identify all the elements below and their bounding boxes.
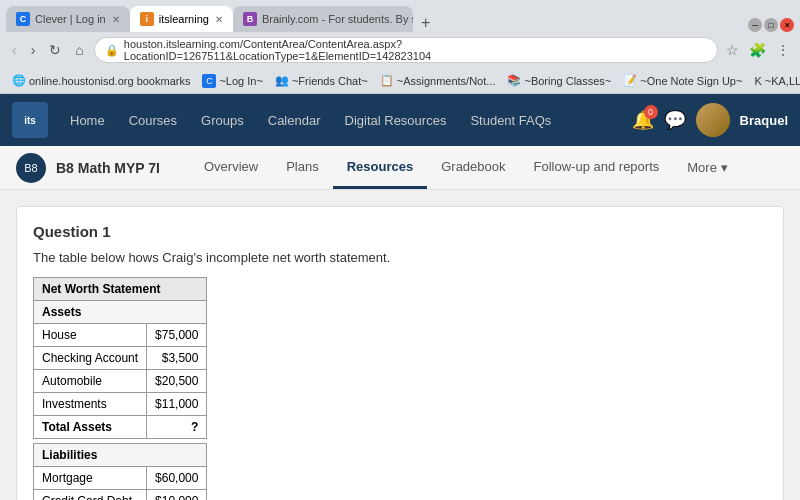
bookmark-star[interactable]: ☆ xyxy=(724,40,741,60)
bookmark-boring[interactable]: 📚 ~Boring Classes~ xyxy=(503,72,615,89)
bookmark-friends-icon: 👥 xyxy=(275,74,289,87)
home-button[interactable]: ⌂ xyxy=(71,40,87,60)
table-row: Investments $11,000 xyxy=(34,393,207,416)
course-nav: B8 B8 Math MYP 7I Overview Plans Resourc… xyxy=(0,146,800,190)
tab-overview[interactable]: Overview xyxy=(190,147,272,189)
bookmark-ka[interactable]: K ~KA,LLL~ xyxy=(750,73,800,89)
tab-resources[interactable]: Resources xyxy=(333,147,427,189)
tab-clever-label: Clever | Log in xyxy=(35,13,106,25)
nav-digital-resources[interactable]: Digital Resources xyxy=(335,107,457,134)
tab-itslearning-close[interactable]: ✕ xyxy=(215,14,223,25)
table-row: House $75,000 xyxy=(34,324,207,347)
bookmark-assignments[interactable]: 📋 ~Assignments/Not... xyxy=(376,72,500,89)
nav-calendar[interactable]: Calendar xyxy=(258,107,331,134)
nav-right: 🔔 0 💬 Braquel xyxy=(632,103,788,137)
close-button[interactable]: ✕ xyxy=(780,18,794,32)
course-icon-text: B8 xyxy=(24,162,37,174)
total-assets-label: Total Assets xyxy=(34,416,147,439)
tab-itslearning[interactable]: i itslearning ✕ xyxy=(130,6,233,32)
liabilities-section-header: Liabilities xyxy=(34,444,207,467)
secure-icon: 🔒 xyxy=(105,44,119,57)
tab-bar: C Clever | Log in ✕ i itslearning ✕ B Br… xyxy=(0,0,800,32)
question-card: Question 1 The table below hows Craig's … xyxy=(16,206,784,500)
table-row: Credit Card Debt $10,000 xyxy=(34,490,207,501)
bookmark-boring-icon: 📚 xyxy=(507,74,521,87)
house-label: House xyxy=(34,324,147,347)
course-tabs: Overview Plans Resources Gradebook Follo… xyxy=(190,147,742,189)
tab-plans[interactable]: Plans xyxy=(272,147,333,189)
address-bar: ‹ › ↻ ⌂ 🔒 houston.itslearning.com/Conten… xyxy=(0,32,800,68)
maximize-button[interactable]: □ xyxy=(764,18,778,32)
content-area: Question 1 The table below hows Craig's … xyxy=(0,190,800,500)
net-worth-table: Net Worth Statement Assets House $75,000… xyxy=(33,277,207,500)
forward-button[interactable]: › xyxy=(27,40,40,60)
mortgage-value: $60,000 xyxy=(147,467,207,490)
tab-brainly-label: Brainly.com - For students. By si xyxy=(262,13,413,25)
window-controls: ─ □ ✕ xyxy=(748,18,794,32)
table-row: Mortgage $60,000 xyxy=(34,467,207,490)
app-logo-text: its xyxy=(24,115,36,126)
notification-badge: 0 xyxy=(644,105,658,119)
checking-value: $3,500 xyxy=(147,347,207,370)
credit-card-label: Credit Card Debt xyxy=(34,490,147,501)
nav-courses[interactable]: Courses xyxy=(119,107,187,134)
table-header-row: Net Worth Statement xyxy=(34,278,207,301)
tab-followup[interactable]: Follow-up and reports xyxy=(520,147,674,189)
assets-header-row: Assets xyxy=(34,301,207,324)
tab-clever[interactable]: C Clever | Log in ✕ xyxy=(6,6,130,32)
bookmark-houstonisd-icon: 🌐 xyxy=(12,74,26,87)
investments-value: $11,000 xyxy=(147,393,207,416)
avatar[interactable] xyxy=(696,103,730,137)
checking-label: Checking Account xyxy=(34,347,147,370)
tab-clever-close[interactable]: ✕ xyxy=(112,14,120,25)
table-row: Automobile $20,500 xyxy=(34,370,207,393)
bookmark-ka-label: ~KA,LLL~ xyxy=(765,75,800,87)
course-title: B8 Math MYP 7I xyxy=(56,160,160,176)
course-icon: B8 xyxy=(16,153,46,183)
minimize-button[interactable]: ─ xyxy=(748,18,762,32)
bookmark-ka-icon: K xyxy=(754,75,761,87)
tab-itslearning-label: itslearning xyxy=(159,13,209,25)
house-value: $75,000 xyxy=(147,324,207,347)
bookmark-houstonisd-label: online.houstonisd.org bookmarks xyxy=(29,75,190,87)
more-button[interactable]: More ▾ xyxy=(673,147,742,189)
bookmark-houstonisd[interactable]: 🌐 online.houstonisd.org bookmarks xyxy=(8,72,194,89)
bookmark-assignments-label: ~Assignments/Not... xyxy=(397,75,496,87)
bookmarks-bar: 🌐 online.houstonisd.org bookmarks C ~Log… xyxy=(0,68,800,94)
automobile-label: Automobile xyxy=(34,370,147,393)
nav-groups[interactable]: Groups xyxy=(191,107,254,134)
total-assets-value: ? xyxy=(147,416,207,439)
bookmark-friends-label: ~Friends Chat~ xyxy=(292,75,368,87)
notifications-button[interactable]: 🔔 0 xyxy=(632,109,654,131)
new-tab-button[interactable]: + xyxy=(413,14,438,32)
chevron-down-icon: ▾ xyxy=(721,160,728,175)
question-text: The table below hows Craig's incomplete … xyxy=(33,250,767,265)
bookmark-assignments-icon: 📋 xyxy=(380,74,394,87)
automobile-value: $20,500 xyxy=(147,370,207,393)
credit-card-value: $10,000 xyxy=(147,490,207,501)
extensions-button[interactable]: 🧩 xyxy=(747,40,768,60)
browser-chrome: C Clever | Log in ✕ i itslearning ✕ B Br… xyxy=(0,0,800,94)
back-button[interactable]: ‹ xyxy=(8,40,21,60)
question-number: Question 1 xyxy=(33,223,767,240)
bookmark-login[interactable]: C ~Log In~ xyxy=(198,72,266,90)
tab-gradebook[interactable]: Gradebook xyxy=(427,147,519,189)
nav-home[interactable]: Home xyxy=(60,107,115,134)
app-logo: its xyxy=(12,102,48,138)
menu-button[interactable]: ⋮ xyxy=(774,40,792,60)
assets-section-header: Assets xyxy=(34,301,207,324)
table-header-cell: Net Worth Statement xyxy=(34,278,207,301)
bookmark-onenote[interactable]: 📝 ~One Note Sign Up~ xyxy=(619,72,746,89)
url-bar[interactable]: 🔒 houston.itslearning.com/ContentArea/Co… xyxy=(94,37,718,63)
bookmark-friends[interactable]: 👥 ~Friends Chat~ xyxy=(271,72,372,89)
nav-student-faqs[interactable]: Student FAQs xyxy=(460,107,561,134)
itslearning-favicon: i xyxy=(140,12,154,26)
mortgage-label: Mortgage xyxy=(34,467,147,490)
user-name: Braquel xyxy=(740,113,788,128)
bookmark-login-icon: C xyxy=(202,74,216,88)
reload-button[interactable]: ↻ xyxy=(45,40,65,60)
tab-brainly[interactable]: B Brainly.com - For students. By si ✕ xyxy=(233,6,413,32)
messages-button[interactable]: 💬 xyxy=(664,109,686,131)
total-assets-row: Total Assets ? xyxy=(34,416,207,439)
table-row: Checking Account $3,500 xyxy=(34,347,207,370)
